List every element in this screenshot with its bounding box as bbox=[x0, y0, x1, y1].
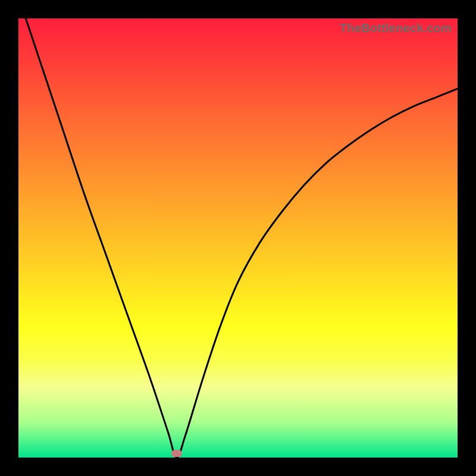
chart-frame: TheBottleneck.com bbox=[0, 0, 476, 476]
plot-area: TheBottleneck.com bbox=[18, 18, 458, 458]
bottleneck-curve bbox=[18, 18, 458, 458]
optimum-marker bbox=[171, 450, 182, 457]
